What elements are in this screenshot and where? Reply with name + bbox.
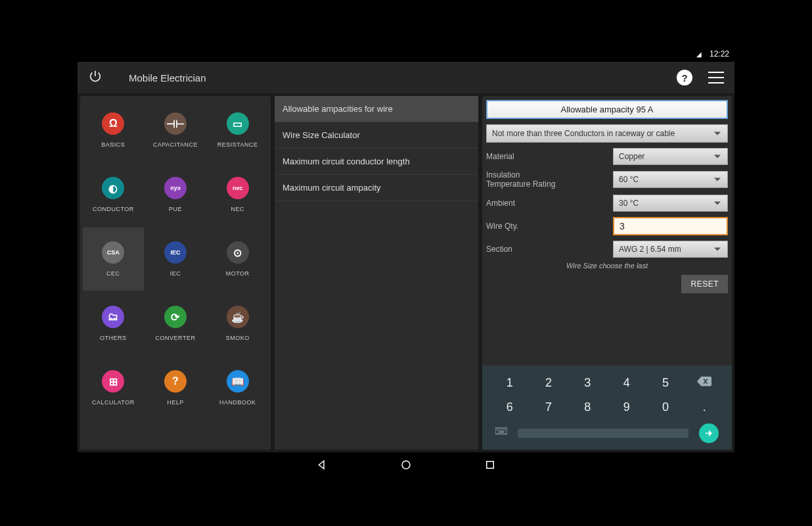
svg-rect-6: [499, 431, 505, 433]
material-label: Material: [486, 152, 606, 161]
key-1[interactable]: 1: [490, 373, 529, 393]
android-nav-bar: [78, 452, 734, 480]
handbook-icon: 📖: [227, 370, 249, 393]
menu-item-2[interactable]: Maximum circuit conductor length: [275, 149, 478, 175]
menu-item-0[interactable]: Allowable ampacities for wire: [275, 96, 478, 122]
category-calculator[interactable]: ⊞CALCULATOR: [83, 356, 144, 419]
category-label: MOTOR: [226, 270, 250, 277]
cec-icon: CSA: [102, 241, 124, 264]
svg-rect-5: [505, 429, 506, 431]
ambient-label: Ambient: [486, 199, 606, 208]
submenu-list: Allowable ampacities for wireWire Size C…: [275, 96, 478, 450]
svg-rect-0: [495, 428, 507, 434]
key-dot[interactable]: .: [685, 398, 724, 417]
enter-key[interactable]: [699, 423, 719, 443]
result-display: Allowable ampacity 95 A: [486, 100, 728, 119]
category-label: CONVERTER: [156, 335, 196, 341]
converter-icon: ⟳: [164, 306, 187, 328]
key-2[interactable]: 2: [529, 373, 568, 393]
svg-rect-2: [499, 429, 500, 431]
hamburger-menu-icon[interactable]: [708, 72, 724, 84]
category-converter[interactable]: ⟳CONVERTER: [145, 292, 206, 355]
screen: ◢ 12:22 Mobile Electrician ? ΩBASICS⊣⊢CA…: [78, 46, 734, 480]
key-0[interactable]: 0: [646, 398, 685, 417]
space-key[interactable]: [518, 429, 688, 438]
nec-icon: nec: [227, 177, 249, 199]
menu-item-1[interactable]: Wire Size Calculator: [275, 122, 478, 149]
category-capacitance[interactable]: ⊣⊢CAPACITANCE: [145, 99, 206, 162]
key-7[interactable]: 7: [529, 398, 568, 417]
material-select[interactable]: Copper: [613, 148, 728, 165]
category-conductor[interactable]: ◐CONDUCTOR: [83, 163, 144, 226]
status-bar: ◢ 12:22: [78, 46, 734, 62]
backspace-key[interactable]: [685, 373, 724, 393]
power-icon[interactable]: [88, 69, 102, 86]
app-bar: Mobile Electrician ?: [78, 62, 734, 93]
capacitance-icon: ⊣⊢: [164, 112, 187, 135]
motor-icon: ⊙: [227, 241, 249, 264]
category-label: CONDUCTOR: [93, 206, 134, 212]
reset-button[interactable]: RESET: [681, 275, 728, 293]
signal-icon: ◢: [696, 51, 702, 58]
key-4[interactable]: 4: [607, 373, 646, 393]
category-pue[interactable]: пуэPUE: [145, 163, 206, 226]
help-icon: ?: [164, 370, 187, 393]
key-5[interactable]: 5: [646, 373, 685, 393]
insulation-select[interactable]: 60 °C: [613, 171, 728, 188]
app-title: Mobile Electrician: [129, 72, 206, 84]
category-nec[interactable]: necNEC: [207, 163, 268, 226]
key-9[interactable]: 9: [607, 398, 646, 417]
category-motor[interactable]: ⊙MOTOR: [207, 227, 268, 291]
category-label: IEC: [170, 270, 181, 277]
conductors-select[interactable]: Not more than three Conductors in racewa…: [486, 124, 728, 143]
category-cec[interactable]: CSACEC: [83, 227, 144, 291]
category-basics[interactable]: ΩBASICS: [83, 99, 144, 162]
pue-icon: пуэ: [164, 177, 187, 199]
category-iec[interactable]: IECIEC: [145, 227, 206, 291]
key-8[interactable]: 8: [568, 398, 607, 417]
section-label: Section: [486, 245, 606, 254]
help-icon[interactable]: ?: [677, 70, 692, 85]
category-label: CAPACITANCE: [153, 141, 198, 148]
recent-nav-icon[interactable]: [484, 459, 496, 473]
category-resistance[interactable]: ▭RESISTANCE: [207, 99, 268, 162]
category-label: HANDBOOK: [219, 399, 256, 406]
numeric-keypad: 12345 67890.: [482, 366, 732, 450]
category-others[interactable]: 🗂OTHERS: [83, 292, 144, 355]
back-nav-icon[interactable]: [316, 459, 328, 473]
category-label: HELP: [167, 399, 184, 406]
category-label: SMOKO: [226, 335, 250, 341]
wire-qty-label: Wire Qty.: [486, 222, 606, 231]
svg-point-7: [402, 461, 410, 469]
menu-item-3[interactable]: Maximum circuit ampacity: [275, 175, 478, 201]
ambient-select[interactable]: 30 °C: [613, 195, 728, 212]
category-smoko[interactable]: ☕SMOKO: [207, 292, 268, 355]
conductor-icon: ◐: [102, 177, 124, 199]
resistance-icon: ▭: [227, 112, 249, 135]
status-time: 12:22: [710, 49, 729, 59]
insulation-label: Insulation Temperature Rating: [486, 170, 606, 189]
category-label: OTHERS: [100, 335, 127, 341]
calculator-icon: ⊞: [102, 370, 124, 393]
category-label: RESISTANCE: [217, 141, 258, 148]
keyboard-icon[interactable]: [495, 427, 507, 439]
section-select[interactable]: AWG 2 | 6.54 mm: [613, 241, 728, 258]
category-label: CEC: [106, 270, 120, 277]
category-label: NEC: [231, 206, 244, 212]
content: ΩBASICS⊣⊢CAPACITANCE▭RESISTANCE◐CONDUCTO…: [78, 93, 734, 452]
category-label: PUE: [169, 206, 182, 212]
svg-rect-1: [497, 429, 498, 431]
svg-rect-4: [503, 429, 504, 431]
form-panel: Allowable ampacity 95 A Not more than th…: [482, 96, 732, 450]
others-icon: 🗂: [102, 306, 124, 328]
category-label: CALCULATOR: [92, 399, 135, 406]
category-help[interactable]: ?HELP: [145, 356, 206, 419]
svg-rect-3: [501, 429, 502, 431]
category-handbook[interactable]: 📖HANDBOOK: [207, 356, 268, 419]
wire-qty-input[interactable]: [613, 217, 728, 235]
tablet-frame: ◢ 12:22 Mobile Electrician ? ΩBASICS⊣⊢CA…: [18, 20, 794, 506]
key-3[interactable]: 3: [568, 373, 607, 393]
key-6[interactable]: 6: [490, 398, 529, 417]
home-nav-icon[interactable]: [400, 459, 412, 473]
iec-icon: IEC: [164, 241, 187, 264]
